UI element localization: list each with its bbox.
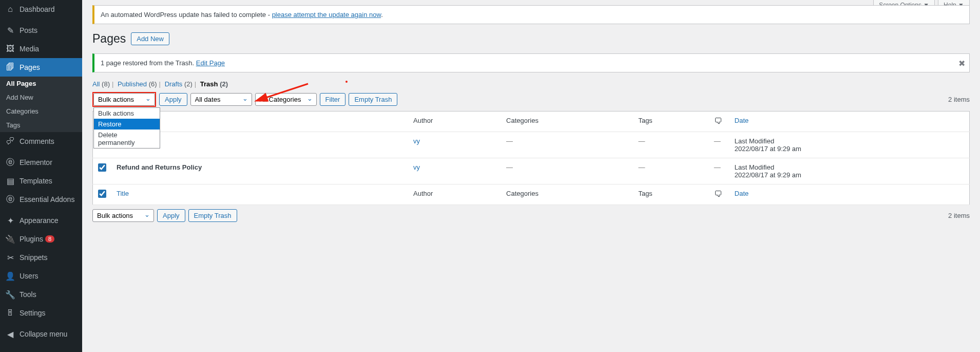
author-link[interactable]: vy — [413, 163, 420, 171]
restored-notice: 1 page restored from the Trash. Edit Pag… — [92, 53, 970, 72]
apply-bulk-action-button-bottom[interactable]: Apply — [157, 209, 185, 222]
page-icon: 🗐 — [5, 62, 15, 72]
empty-trash-button-bottom[interactable]: Empty Trash — [188, 209, 237, 222]
comments-col-icon: 🗨 — [714, 190, 722, 198]
page-title: Pages — [92, 32, 126, 46]
sidebar-subitem-add-new[interactable]: Add New — [0, 90, 82, 104]
sidebar-item-posts[interactable]: ✎Posts — [0, 21, 82, 40]
col-author: Author — [408, 112, 501, 132]
filter-trash-link[interactable]: Trash (2) — [200, 80, 228, 88]
bulk-option-delete-permanently[interactable]: Delete permanently — [94, 129, 160, 148]
items-count-top: 2 items — [948, 96, 970, 103]
media-icon: 🖾 — [5, 44, 15, 54]
bulk-option-restore[interactable]: Restore — [94, 119, 160, 129]
brush-icon: ✦ — [5, 215, 15, 226]
bulk-actions-select-top[interactable]: Bulk actions — [93, 93, 155, 106]
sidebar-item-media[interactable]: 🖾Media — [0, 40, 82, 58]
table-row: vy — — — Last Modified2022/08/17 at 9:29… — [93, 132, 970, 158]
author-link[interactable]: vy — [413, 137, 420, 145]
sidebar-submenu-pages: All Pages Add New Categories Tags — [0, 77, 82, 132]
filter-button[interactable]: Filter — [320, 93, 346, 106]
empty-trash-button-top[interactable]: Empty Trash — [349, 93, 397, 106]
sidebar-item-appearance[interactable]: ✦Appearance — [0, 211, 82, 230]
category-filter-select[interactable]: All Categories — [255, 93, 317, 106]
sidebar-item-tools[interactable]: 🔧Tools — [0, 285, 82, 304]
sidebar-item-dashboard[interactable]: ⌂Dashboard — [0, 0, 82, 18]
bulk-option-default[interactable]: Bulk actions — [94, 108, 160, 119]
bulk-actions-dropdown: Bulk actions Restore Delete permanently — [93, 107, 160, 149]
sidebar-subitem-all-pages[interactable]: All Pages — [0, 77, 82, 90]
items-count-bottom: 2 items — [948, 212, 970, 219]
filter-published-link[interactable]: Published (6) — [118, 80, 157, 88]
apply-bulk-action-button-top[interactable]: Apply — [159, 93, 187, 106]
user-icon: 👤 — [5, 271, 15, 281]
sidebar-item-plugins[interactable]: 🔌Plugins8 — [0, 230, 82, 248]
snippets-icon: ✂ — [5, 252, 15, 263]
dashboard-icon: ⌂ — [5, 4, 15, 14]
col-date[interactable]: Date — [729, 112, 970, 132]
wrench-icon: 🔧 — [5, 289, 15, 300]
sidebar-item-settings[interactable]: 🎚Settings — [0, 304, 82, 322]
sidebar-item-snippets[interactable]: ✂Snippets — [0, 248, 82, 267]
pin-icon: ✎ — [5, 25, 15, 35]
add-new-page-button[interactable]: Add New — [131, 32, 169, 45]
settings-icon: 🎚 — [5, 308, 15, 318]
plugins-update-badge: 8 — [45, 235, 54, 243]
sidebar-item-comments[interactable]: 🗪Comments — [0, 132, 82, 151]
status-filter-links: All (8)| Published (6)| Drafts (2)| Tras… — [92, 80, 970, 88]
col-categories: Categories — [501, 112, 633, 132]
filter-all-link[interactable]: All (8) — [92, 80, 110, 88]
templates-icon: ▤ — [5, 176, 15, 186]
select-all-checkbox-bottom[interactable] — [98, 190, 106, 198]
row-checkbox[interactable] — [98, 163, 106, 172]
elementor-icon: ⓔ — [5, 157, 15, 168]
sidebar-item-users[interactable]: 👤Users — [0, 267, 82, 285]
comment-icon: 🗪 — [5, 136, 15, 146]
filter-drafts-link[interactable]: Drafts (2) — [165, 80, 193, 88]
plug-icon: 🔌 — [5, 234, 15, 244]
dismiss-notice-button[interactable]: ✖ — [958, 58, 965, 68]
collapse-icon: ◀ — [5, 329, 15, 339]
sidebar-subitem-categories[interactable]: Categories — [0, 104, 82, 118]
date-filter-select[interactable]: All dates — [190, 93, 252, 106]
sidebar-item-essential-addons[interactable]: ⓔEssential Addons — [0, 190, 82, 209]
edit-restored-page-link[interactable]: Edit Page — [196, 59, 225, 67]
sidebar-item-collapse[interactable]: ◀Collapse menu — [0, 325, 82, 343]
col-date-foot[interactable]: Date — [729, 184, 970, 205]
main-content: Screen Options ▼ Help ▼ An automated Wor… — [82, 0, 980, 352]
sidebar-subitem-tags[interactable]: Tags — [0, 118, 82, 132]
col-tags: Tags — [633, 112, 708, 132]
retry-update-link[interactable]: please attempt the update again now — [272, 11, 381, 18]
bulk-actions-select-bottom[interactable]: Bulk actions — [92, 209, 154, 222]
col-title-foot[interactable]: Title — [111, 184, 408, 205]
sidebar-item-pages[interactable]: 🗐Pages — [0, 58, 82, 77]
annotation-highlight-box: Bulk actions Bulk actions Restore Delete… — [92, 92, 156, 107]
admin-sidebar: ⌂Dashboard ✎Posts 🖾Media 🗐Pages All Page… — [0, 0, 82, 352]
pages-table: Title Author Categories Tags 🗨 Date vy —… — [92, 111, 970, 205]
comments-col-icon: 🗨 — [714, 117, 722, 125]
ea-icon: ⓔ — [5, 194, 15, 205]
row-title[interactable]: Refund and Returns Policy — [117, 163, 202, 171]
sidebar-item-elementor[interactable]: ⓔElementor — [0, 153, 82, 172]
table-row: Refund and Returns Policy vy — — — Last … — [93, 158, 970, 184]
update-failed-notice: An automated WordPress update has failed… — [92, 5, 970, 24]
sidebar-item-templates[interactable]: ▤Templates — [0, 172, 82, 190]
